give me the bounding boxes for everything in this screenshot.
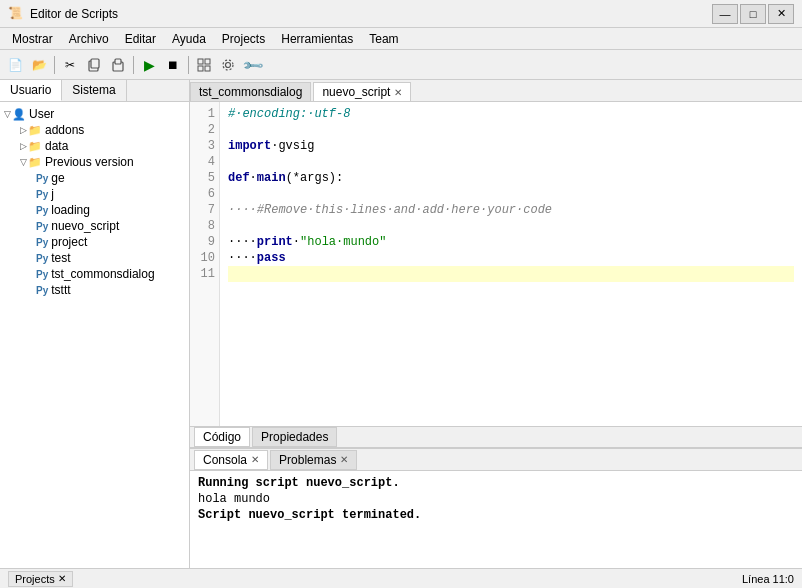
expand-addons-icon[interactable]: ▷ [20,125,27,135]
line-num-7: 7 [194,202,215,218]
tb-cut-button[interactable]: ✂ [59,54,81,76]
tree-item-nuevo-script[interactable]: Py nuevo_script [4,218,185,234]
console-tabs: Consola ✕ Problemas ✕ [190,449,802,471]
tree-item-loading[interactable]: Py loading [4,202,185,218]
code-editor[interactable]: 1 2 3 4 5 6 7 8 9 10 11 #·encoding:·utf-… [190,102,802,426]
tb-run-button[interactable]: ▶ [138,54,160,76]
menu-mostrar[interactable]: Mostrar [4,30,61,48]
py-icon-tst: Py [36,269,48,280]
projects-tab-close[interactable]: ✕ [58,573,66,584]
line-num-9: 9 [194,234,215,250]
line-num-4: 4 [194,154,215,170]
pass-stmt: ····pass [228,251,286,265]
tb-grid-button[interactable] [193,54,215,76]
grid-icon [197,58,211,72]
tree-item-tst-commonsdialog[interactable]: Py tst_commonsdialog [4,266,185,282]
menu-team[interactable]: Team [361,30,406,48]
line-num-5: 5 [194,170,215,186]
tb-stop-button[interactable]: ⏹ [162,54,184,76]
tree-label-nuevo-script: nuevo_script [51,219,119,233]
tab-close-consola[interactable]: ✕ [251,454,259,465]
tree-item-j[interactable]: Py j [4,186,185,202]
tab-nuevo-script[interactable]: nuevo_script ✕ [313,82,411,101]
menu-editar[interactable]: Editar [117,30,164,48]
expand-user-icon[interactable]: ▽ [4,109,11,119]
tab-propiedades[interactable]: Propiedades [252,427,337,447]
code-line-7: ····#Remove·this·lines·and·add·here·your… [228,202,794,218]
tree-item-ge[interactable]: Py ge [4,170,185,186]
minimize-button[interactable]: — [712,4,738,24]
tab-problemas[interactable]: Problemas ✕ [270,450,357,470]
menu-archivo[interactable]: Archivo [61,30,117,48]
tb-open-button[interactable]: 📂 [28,54,50,76]
menu-projects[interactable]: Projects [214,30,273,48]
tree-item-data[interactable]: ▷ 📁 data [4,138,185,154]
editor-bottom-tabs: Código Propiedades [190,426,802,448]
console-line-1: Running script nuevo_script. [198,475,794,491]
tab-sistema[interactable]: Sistema [62,80,126,101]
import-gvsig: ·gvsig [271,139,314,153]
file-tree: ▽ 👤 User ▷ 📁 addons ▷ 📁 data ▽ 📁 Previou… [0,102,189,568]
menu-ayuda[interactable]: Ayuda [164,30,214,48]
tree-label-tsttt: tsttt [51,283,70,297]
folder-icon-addons: 📁 [28,124,42,137]
tab-tst-commonsdialog[interactable]: tst_commonsdialog [190,82,311,101]
tb-tool-button[interactable]: 🔧 [236,49,267,80]
tree-item-previous-version[interactable]: ▽ 📁 Previous version [4,154,185,170]
tb-paste-button[interactable] [107,54,129,76]
tree-item-addons[interactable]: ▷ 📁 addons [4,122,185,138]
menu-herramientas[interactable]: Herramientas [273,30,361,48]
window-controls: — □ ✕ [712,4,794,24]
line-numbers: 1 2 3 4 5 6 7 8 9 10 11 [190,102,220,426]
code-line-3: import·gvsig [228,138,794,154]
maximize-button[interactable]: □ [740,4,766,24]
expand-data-icon[interactable]: ▷ [20,141,27,151]
code-comment: ····#Remove·this·lines·and·add·here·your… [228,203,552,217]
tree-label-data: data [45,139,68,153]
tb-copy-button[interactable] [83,54,105,76]
tree-item-tsttt[interactable]: Py tsttt [4,282,185,298]
tree-item-project[interactable]: Py project [4,234,185,250]
import-keyword: import [228,139,271,153]
menu-bar: Mostrar Archivo Editar Ayuda Projects He… [0,28,802,50]
code-line-11 [228,266,794,282]
tree-label-test: test [51,251,70,265]
code-line-9: ····print·"hola·mundo" [228,234,794,250]
projects-tab[interactable]: Projects ✕ [8,571,73,587]
toolbar-separator-1 [54,56,55,74]
tab-consola[interactable]: Consola ✕ [194,450,268,470]
tree-root-label: User [29,107,54,121]
svg-rect-4 [198,59,203,64]
tab-close-nuevo[interactable]: ✕ [394,87,402,98]
line-num-6: 6 [194,186,215,202]
editor-tabs: tst_commonsdialog nuevo_script ✕ [190,80,802,102]
expand-prev-icon[interactable]: ▽ [20,157,27,167]
line-num-1: 1 [194,106,215,122]
tab-usuario[interactable]: Usuario [0,80,62,101]
tab-close-problemas[interactable]: ✕ [340,454,348,465]
code-line-8 [228,218,794,234]
bottom-bar: Projects ✕ Línea 11:0 [0,568,802,588]
close-button[interactable]: ✕ [768,4,794,24]
console-area: Consola ✕ Problemas ✕ Running script nue… [190,448,802,568]
code-text[interactable]: #·encoding:·utf-8 import·gvsig def·main(… [220,102,802,426]
settings-icon [221,58,235,72]
py-icon-j: Py [36,189,48,200]
console-line-3: Script nuevo_script terminated. [198,507,794,523]
line-num-3: 3 [194,138,215,154]
left-panel-tabs: Usuario Sistema [0,80,189,102]
user-folder-icon: 👤 [12,108,26,121]
py-icon-loading: Py [36,205,48,216]
console-line-2: hola mundo [198,491,794,507]
svg-rect-5 [205,59,210,64]
svg-rect-7 [205,66,210,71]
tree-root-user[interactable]: ▽ 👤 User [4,106,185,122]
tab-codigo[interactable]: Código [194,427,250,447]
status-position: Línea 11:0 [742,573,794,585]
projects-tab-label: Projects [15,573,55,585]
tree-item-test[interactable]: Py test [4,250,185,266]
folder-icon-prev: 📁 [28,156,42,169]
svg-rect-1 [91,59,99,68]
tb-new-button[interactable]: 📄 [4,54,26,76]
py-icon-project: Py [36,237,48,248]
